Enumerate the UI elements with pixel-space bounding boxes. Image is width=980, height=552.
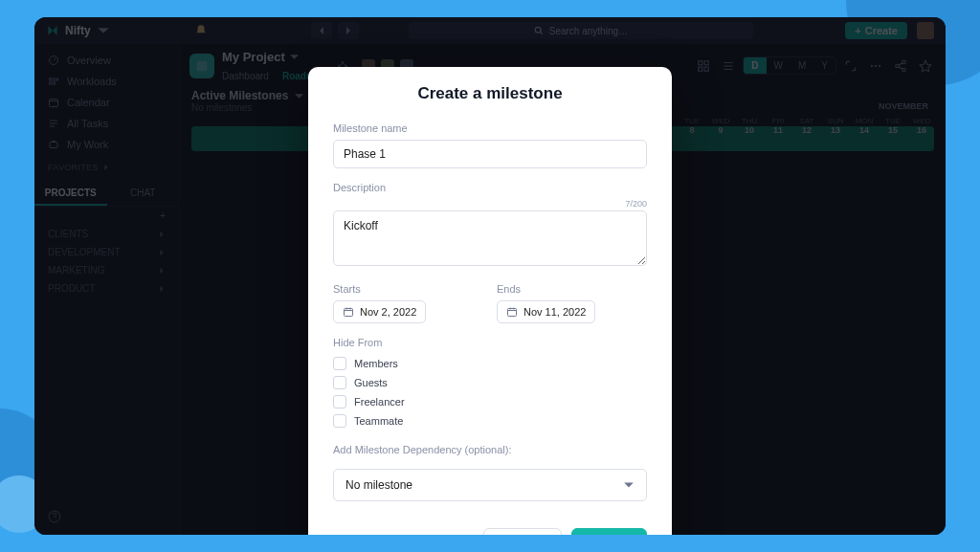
checkbox-icon [333,376,346,389]
app-frame: Nifty Search anything… + Create [34,17,946,535]
chevron-down-icon [623,479,635,491]
hide-from-members[interactable]: Members [333,354,647,373]
calendar-icon [506,306,518,318]
hide-from-label: Hide From [333,337,647,348]
hide-from-teammate[interactable]: Teammate [333,411,647,431]
hide-from-guests[interactable]: Guests [333,373,647,392]
checkbox-icon [333,357,346,370]
starts-label: Starts [333,283,483,295]
modal-title: Create a milestone [333,84,647,103]
calendar-icon [343,306,354,318]
checkbox-icon [333,414,346,428]
dependency-label: Add Milestone Dependency (optional): [333,444,647,455]
description-counter: 7/200 [333,199,647,209]
description-input[interactable] [333,210,647,266]
hide-from-option-label: Guests [354,377,388,388]
svg-rect-18 [345,309,353,317]
page-background: Nifty Search anything… + Create [0,0,980,552]
hide-from-freelancer[interactable]: Freelancer [333,392,647,411]
checkbox-icon [333,395,346,408]
hide-from-option-label: Freelancer [354,396,405,408]
create-button[interactable]: Create [571,528,647,535]
hide-from-option-label: Members [354,358,398,369]
end-date-picker[interactable]: Nov 11, 2022 [497,300,595,323]
dependency-select[interactable]: No milestone [333,469,647,501]
description-label: Description [333,182,647,193]
hide-from-option-label: Teammate [354,415,403,427]
create-milestone-modal: Create a milestone Milestone name Descri… [308,67,672,535]
start-date-picker[interactable]: Nov 2, 2022 [333,300,426,323]
ends-label: Ends [497,283,647,295]
start-date-text: Nov 2, 2022 [360,306,416,318]
milestone-name-input[interactable] [333,140,647,168]
dependency-value: No milestone [345,478,412,492]
cancel-button[interactable]: Cancel [483,528,561,535]
svg-rect-19 [508,309,517,317]
end-date-text: Nov 11, 2022 [523,306,586,318]
milestone-name-label: Milestone name [333,122,647,134]
